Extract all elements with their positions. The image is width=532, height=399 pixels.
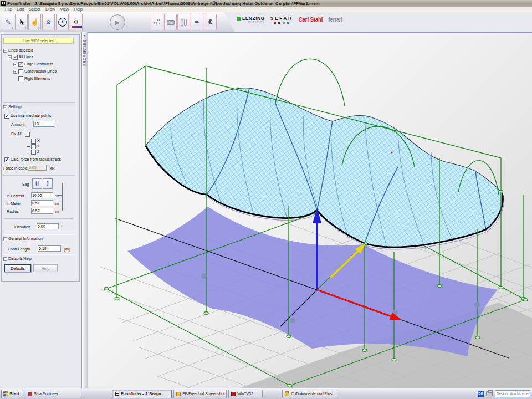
select-tool-button[interactable]: ▼: [15, 14, 28, 30]
divider: [4, 218, 73, 219]
fix-all-row[interactable]: Fix All: [11, 132, 30, 137]
wintv-icon: [231, 392, 236, 396]
draw-tool-button[interactable]: ✎ ▼: [2, 14, 14, 30]
tree-connector: [27, 152, 30, 152]
defaults-help-header[interactable]: − Defaults/Help: [3, 257, 32, 261]
chevron-down-icon[interactable]: ▼: [24, 27, 27, 29]
menu-edit[interactable]: Edit: [17, 7, 24, 12]
menu-help[interactable]: Help: [74, 7, 83, 12]
sag-bracket: [58, 203, 62, 203]
checkbox[interactable]: ✓: [18, 62, 23, 67]
language-indicator[interactable]: DE: [478, 391, 484, 397]
settings-tool-button[interactable]: ⚙: [70, 14, 83, 30]
task-dokumente[interactable]: C:\Dokumente und Einst...: [282, 390, 337, 398]
selection-banner: Line 9006 selected: [3, 38, 74, 44]
amount-input[interactable]: [33, 121, 54, 127]
expander-icon[interactable]: −: [8, 55, 12, 59]
euro-icon: €: [208, 19, 212, 25]
collapse-icon[interactable]: −: [3, 257, 7, 261]
menu-select[interactable]: Select: [29, 7, 40, 12]
nodes-button[interactable]: [151, 14, 163, 30]
lenzing-wordmark: LENZING: [242, 16, 265, 21]
force-in-cable-label: Force in cable: [3, 166, 28, 170]
tree-item-edge-controllers[interactable]: + ✓ Edge Controllers: [13, 62, 53, 67]
pan-tool-button[interactable]: ☝ ▼: [28, 14, 41, 30]
checkbox[interactable]: ✓: [13, 55, 18, 60]
material-button[interactable]: [177, 14, 190, 30]
formfinding-tool-button[interactable]: ⚙: [42, 14, 55, 30]
checkbox[interactable]: [25, 132, 30, 137]
expander-icon[interactable]: +: [13, 63, 17, 66]
calc-force-row[interactable]: ✓ Calc. force from radius/stress: [4, 157, 61, 162]
checkbox[interactable]: [18, 76, 23, 81]
task-formfinder[interactable]: Formfinder - J:\Seaga...: [112, 390, 172, 398]
camera-icon: [167, 20, 175, 25]
molecule-icon: [154, 18, 161, 26]
checkbox[interactable]: [31, 139, 36, 144]
cost-button[interactable]: €: [204, 14, 217, 30]
checkbox[interactable]: [31, 144, 36, 149]
expander-icon[interactable]: +: [13, 70, 17, 74]
sag-meter-label: in Meter: [7, 202, 21, 206]
task-ff-freedhof[interactable]: FF-Freedhof Screenshot ...: [173, 390, 227, 398]
play-icon: ▶: [115, 19, 120, 26]
sag-meter-input[interactable]: [31, 200, 53, 206]
sag-radius-input[interactable]: [31, 208, 53, 214]
title-bar[interactable]: Formfinder - J:\Seagate Sync\SyncRecycle…: [0, 0, 532, 7]
collapse-panel-icon[interactable]: ◄: [83, 34, 86, 37]
chevron-down-icon[interactable]: ▼: [38, 27, 40, 29]
menu-draw[interactable]: Draw: [45, 7, 55, 12]
sag-concave-button[interactable]: (|: [32, 178, 42, 189]
sag-percent-input[interactable]: [31, 192, 53, 198]
help-button: Help: [33, 264, 58, 272]
sefar-wordmark: SEFAR: [270, 16, 293, 21]
tree-item-construction-lines[interactable]: + Construction Lines: [13, 69, 57, 74]
collapse-icon[interactable]: −: [3, 237, 7, 241]
defaults-button[interactable]: Defaults: [4, 264, 31, 272]
settings-header[interactable]: − Settings: [3, 105, 22, 109]
task-wintv32[interactable]: WinTV32: [228, 390, 263, 398]
fix-y-row[interactable]: Y: [31, 144, 40, 149]
sag-radius-label: Radius: [7, 209, 19, 213]
tree-root[interactable]: − Lines selected: [3, 48, 33, 53]
menu-file[interactable]: File: [5, 7, 12, 12]
tree-root-label: Lines selected: [8, 48, 33, 52]
divider: [3, 234, 75, 235]
chevron-down-icon[interactable]: ▼: [11, 27, 13, 29]
sag-convex-button[interactable]: ): [43, 178, 53, 189]
desktop-search-input[interactable]: Desktop durchsuchen: [495, 390, 530, 397]
task-scia-engineer[interactable]: Scia Engineer: [25, 390, 81, 398]
tree-item-all-lines[interactable]: − ✓ All Lines: [8, 55, 33, 60]
start-button[interactable]: Start: [1, 390, 23, 398]
contr-length-input[interactable]: [38, 245, 61, 252]
general-info-header[interactable]: − General Information: [3, 237, 43, 241]
use-intermediate-points-row[interactable]: ✓ Use intermediate points: [4, 114, 52, 119]
sag-bracket: [62, 183, 63, 211]
elevation-input[interactable]: [37, 223, 59, 229]
viewport-3d[interactable]: [88, 32, 532, 388]
annotate-button[interactable]: ✒: [191, 14, 203, 30]
partner-logos: LENZING PLASTICS SEFAR Carl Stahl ferrar…: [237, 16, 342, 24]
force-in-cable-input: [28, 165, 47, 171]
cursor-icon: [18, 18, 25, 26]
unit-label: m: [55, 209, 59, 213]
tree-item-rigid-elements[interactable]: Rigid Elements: [13, 76, 50, 81]
fix-x-row[interactable]: X: [31, 139, 40, 144]
formfinder-icon: [115, 392, 119, 396]
amount-label: Amount: [11, 122, 24, 126]
snapshot-button[interactable]: [164, 14, 177, 30]
checkbox[interactable]: [18, 69, 23, 74]
checkbox[interactable]: ✓: [4, 114, 9, 119]
fix-z-row[interactable]: Z: [31, 150, 39, 155]
properties-tab-strip[interactable]: ◄ PROPERTIES: [82, 32, 88, 388]
gear-rainbow-icon: ⚙: [74, 19, 79, 25]
system-tray: DE Desktop durchsuchen: [478, 390, 530, 397]
checkbox[interactable]: ✓: [4, 157, 9, 162]
printer-icon[interactable]: [486, 391, 493, 396]
run-button[interactable]: ▶: [110, 14, 125, 30]
checkbox[interactable]: [31, 150, 36, 155]
expander-icon[interactable]: −: [3, 49, 7, 53]
menu-view[interactable]: View: [60, 7, 69, 12]
analysis-tool-button[interactable]: ✶: [56, 14, 69, 30]
collapse-icon[interactable]: −: [3, 105, 7, 109]
